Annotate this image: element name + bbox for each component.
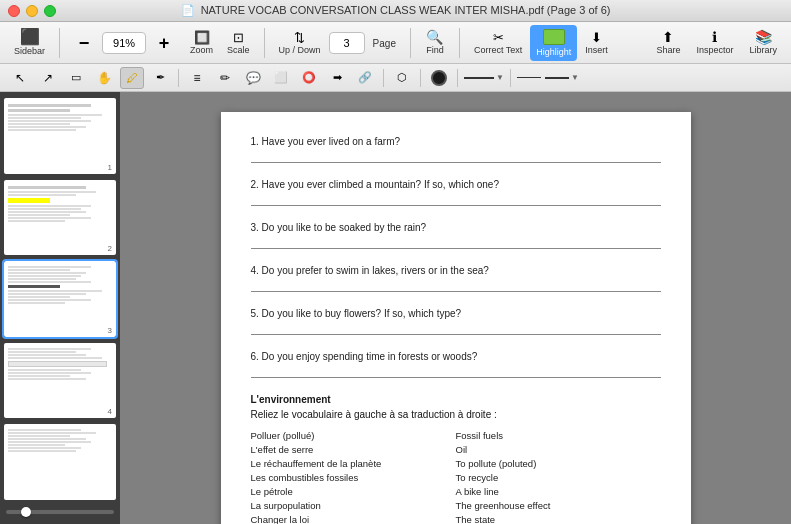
- thumbnail-4[interactable]: 4: [4, 343, 116, 419]
- highlight-tool[interactable]: 🖊: [120, 67, 144, 89]
- zoom-slider[interactable]: [6, 510, 114, 514]
- traffic-lights: [8, 5, 56, 17]
- sidebar-icon: ⬛: [20, 29, 40, 45]
- fullscreen-button[interactable]: [44, 5, 56, 17]
- color-picker[interactable]: [431, 70, 447, 86]
- arrow2-icon: ➡: [333, 71, 342, 84]
- note-icon: 💬: [246, 71, 261, 85]
- zoom-in-icon: +: [159, 34, 170, 52]
- inspector-button[interactable]: ℹ Inspector: [690, 25, 739, 61]
- link-icon: 🔗: [358, 71, 372, 84]
- thumb-number-4: 4: [108, 407, 112, 416]
- arrow2-tool[interactable]: ➡: [325, 67, 349, 89]
- pen-tool[interactable]: ✒: [148, 67, 172, 89]
- thumbnail-1[interactable]: 1: [4, 98, 116, 174]
- thumbnail-3[interactable]: 3: [4, 261, 116, 337]
- toolbar-group-zoom: − 91% +: [68, 25, 180, 61]
- arrow-icon: ↗: [43, 71, 53, 85]
- titlebar: 📄 NATURE VOCAB CONVERSATION CLASS WEAK I…: [0, 0, 791, 22]
- vocab-table: Polluer (pollué) L'effet de serre Le réc…: [251, 430, 661, 524]
- thumbnail-sidebar[interactable]: 1 2: [0, 92, 120, 524]
- highlight-button[interactable]: Highlight: [530, 25, 577, 61]
- find-icon: 🔍: [426, 30, 443, 44]
- vocab-right-1: Oil: [456, 444, 661, 455]
- select-tool[interactable]: ▭: [64, 67, 88, 89]
- toolbar-sep-3: [410, 28, 411, 58]
- ann-sep-2: [383, 69, 384, 87]
- pencil-tool[interactable]: ✏: [213, 67, 237, 89]
- thumb-img-5: [4, 424, 116, 500]
- vocab-left-6: Changer la loi: [251, 514, 456, 524]
- zoom-value-display[interactable]: 91%: [102, 32, 146, 54]
- zoom-label-button[interactable]: 🔲 Zoom: [184, 25, 219, 61]
- page-number-input[interactable]: 3: [329, 32, 365, 54]
- box-tool[interactable]: ⬜: [269, 67, 293, 89]
- instruction-text: Reliez le vocabulaire à gauche à sa trad…: [251, 409, 661, 420]
- zoom-out-icon: −: [79, 34, 90, 52]
- question-4-text: 4. Do you prefer to swim in lakes, river…: [251, 265, 661, 276]
- thumbnail-2[interactable]: 2: [4, 180, 116, 256]
- vocab-right-5: The greenhouse effect: [456, 500, 661, 511]
- arrow-tool[interactable]: ↗: [36, 67, 60, 89]
- library-button[interactable]: 📚 Library: [743, 25, 783, 61]
- circle-tool[interactable]: ⭕: [297, 67, 321, 89]
- correct-text-icon: ✂: [493, 31, 504, 44]
- highlight-color-box: [543, 29, 565, 45]
- answer-line-2: [251, 194, 661, 206]
- stamp-tool[interactable]: ⬡: [390, 67, 414, 89]
- question-2-text: 2. Have you ever climbed a mountain? If …: [251, 179, 661, 190]
- question-1: 1. Have you ever lived on a farm?: [251, 136, 661, 163]
- find-button[interactable]: 🔍 Find: [419, 25, 451, 61]
- correct-text-button[interactable]: ✂ Correct Text: [468, 25, 528, 61]
- answer-line-5: [251, 323, 661, 335]
- link-tool[interactable]: 🔗: [353, 67, 377, 89]
- minimize-button[interactable]: [26, 5, 38, 17]
- insert-button[interactable]: ⬇ Insert: [579, 25, 614, 61]
- pen-icon: ✒: [156, 71, 165, 84]
- zoom-slider-thumb[interactable]: [21, 507, 31, 517]
- stamp-icon: ⬡: [397, 71, 407, 84]
- opacity-sample2: [545, 77, 569, 79]
- up-down-button[interactable]: ⇅ Up / Down: [273, 25, 327, 61]
- cursor-tool[interactable]: ↖: [8, 67, 32, 89]
- opacity-sample: [517, 77, 541, 78]
- question-3: 3. Do you like to be soaked by the rain?: [251, 222, 661, 249]
- zoom-slider-area: [4, 506, 116, 518]
- share-button[interactable]: ⬆ Share: [650, 25, 686, 61]
- text-icon: ≡: [193, 71, 200, 85]
- text-tool[interactable]: ≡: [185, 67, 209, 89]
- vocab-col-left: Polluer (pollué) L'effet de serre Le réc…: [251, 430, 456, 524]
- inspector-icon: ℹ: [712, 30, 717, 44]
- toolbar-right-group: ⬆ Share ℹ Inspector 📚 Library: [650, 25, 783, 61]
- line-width-selector[interactable]: ▼: [464, 73, 504, 82]
- zoom-out-button[interactable]: −: [68, 25, 100, 61]
- vocab-left-4: Le pétrole: [251, 486, 456, 497]
- thumb-img-2: [4, 180, 116, 256]
- vocab-right-6: The state: [456, 514, 661, 524]
- toolbar-group-sidebar: ⬛ Sidebar: [8, 25, 51, 61]
- answer-line-4: [251, 280, 661, 292]
- main-area: 1 2: [0, 92, 791, 524]
- scale-icon: ⊡: [233, 31, 244, 44]
- page-label-button[interactable]: Page: [367, 25, 402, 61]
- toolbar-group-annotation: ✂ Correct Text Highlight ⬇ Insert: [468, 25, 614, 61]
- opacity-selector[interactable]: ▼: [517, 73, 579, 82]
- pan-tool[interactable]: ✋: [92, 67, 116, 89]
- scale-button[interactable]: ⊡ Scale: [221, 25, 256, 61]
- ann-sep-3: [420, 69, 421, 87]
- pdf-content-area[interactable]: 1. Have you ever lived on a farm? 2. Hav…: [120, 92, 791, 524]
- box-icon: ⬜: [274, 71, 288, 84]
- toolbar-group-search: 🔍 Find: [419, 25, 451, 61]
- vocab-right-0: Fossil fuels: [456, 430, 661, 441]
- thumb-img-1: [4, 98, 116, 174]
- close-button[interactable]: [8, 5, 20, 17]
- ann-sep-5: [510, 69, 511, 87]
- zoom-in-button[interactable]: +: [148, 25, 180, 61]
- sidebar-button[interactable]: ⬛ Sidebar: [8, 25, 51, 61]
- toolbar-sep-2: [264, 28, 265, 58]
- window-title: 📄 NATURE VOCAB CONVERSATION CLASS WEAK I…: [181, 4, 611, 17]
- thumb-number-3: 3: [108, 326, 112, 335]
- note-tool[interactable]: 💬: [241, 67, 265, 89]
- vocab-left-2: Le réchauffement de la planète: [251, 458, 456, 469]
- thumbnail-5[interactable]: [4, 424, 116, 500]
